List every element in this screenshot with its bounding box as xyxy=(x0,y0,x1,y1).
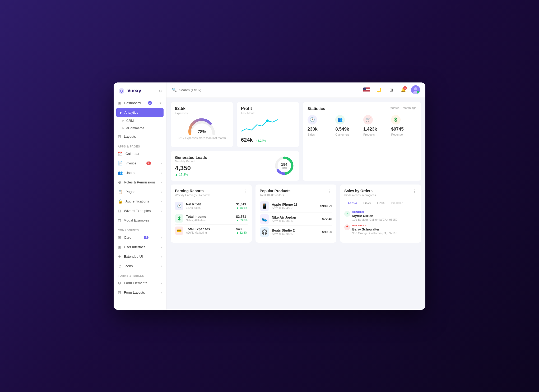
product-sku-2: Item: #FXZ-9485 xyxy=(272,232,319,236)
sidebar-item-auth[interactable]: 🔒 Authentications › xyxy=(114,197,166,206)
sidebar-item-label: Analytics xyxy=(124,110,138,114)
user-avatar xyxy=(411,85,420,94)
earning-name-0: Net Profit xyxy=(186,202,234,206)
notifications-button[interactable]: 🔔 4 xyxy=(399,86,407,94)
earning-reports-subtitle: Weekly Earnings Overview xyxy=(175,193,210,197)
earning-name-2: Total Expenses xyxy=(186,227,234,231)
cart-icon: 🛒 xyxy=(365,117,371,122)
total-expenses-icon: 💳 xyxy=(175,227,183,235)
earning-sub-2: ADVT, Marketing xyxy=(186,231,234,234)
stat-customers-label: Customers xyxy=(335,133,349,136)
sidebar-item-label: Roles & Permissions xyxy=(124,180,156,184)
sender-icon: ✓ xyxy=(344,211,350,217)
search-input[interactable] xyxy=(179,88,262,92)
chevron-right-icon: › xyxy=(161,200,162,203)
grid-button[interactable]: ⊞ xyxy=(387,86,395,94)
popular-products-card: Popular Products Total 10.4k Visitors ⋮ … xyxy=(255,185,337,243)
earning-reports-header: Earning Reports Weekly Earnings Overview… xyxy=(175,189,248,197)
sidebar-item-ui[interactable]: ⊞ User Interface › xyxy=(114,242,166,252)
sidebar-item-dashboard[interactable]: ⊞ Dashboard 3 ▼ xyxy=(114,98,166,108)
sidebar-item-label: Layouts xyxy=(124,135,136,139)
earning-change-2: ▲ 52.8% xyxy=(236,231,248,234)
sidebar-item-modal[interactable]: ◻ Modal Examples xyxy=(114,216,166,225)
earning-name-1: Total Income xyxy=(186,215,234,219)
leads-number: 4,350 xyxy=(175,164,270,172)
svg-point-13 xyxy=(266,119,269,122)
product-row-1: 👟 Nike Air Jordan Item: #FXZ-3456 $72.40 xyxy=(260,213,332,226)
sidebar-item-label: eCommerce xyxy=(126,126,144,130)
donut-label: Total xyxy=(281,167,287,169)
tab-links-2[interactable]: Links xyxy=(374,200,388,207)
svg-rect-4 xyxy=(363,90,370,90)
expenses-label: Expenses xyxy=(175,112,229,115)
sidebar-item-pages[interactable]: 📋 Pages › xyxy=(114,187,166,197)
section-components: COMPONENTS xyxy=(114,225,166,233)
sidebar: Vuexy ⊙ ⊞ Dashboard 3 ▼ ● Analytics CRM … xyxy=(114,82,166,310)
topbar-actions: 🌙 ⊞ 🔔 4 xyxy=(363,85,420,94)
profit-card: Profit Last Month 624k +8.24% xyxy=(237,102,299,147)
sender-label: SENDER xyxy=(352,210,397,213)
sidebar-item-ecommerce[interactable]: eCommerce xyxy=(114,124,166,132)
pin-icon[interactable]: ⊙ xyxy=(159,89,162,93)
earning-amount-wrap-2: $430 ▲ 52.8% xyxy=(236,227,248,234)
sub-dot-icon xyxy=(122,127,124,129)
sender-name: Myrtle Ullrich xyxy=(352,214,397,218)
layouts-icon: ⊟ xyxy=(118,134,121,139)
content: 82.5k Expenses xyxy=(166,98,425,310)
dashboard-icon: ⊞ xyxy=(118,101,121,105)
avatar[interactable] xyxy=(411,85,420,94)
card-badge: 4 xyxy=(144,236,148,239)
sidebar-item-label: Form Elements xyxy=(124,281,147,285)
flag-button[interactable] xyxy=(363,86,371,94)
invoice-icon: 📄 xyxy=(118,161,123,166)
sidebar-item-label: Pages xyxy=(126,190,135,194)
more-options-icon[interactable]: ⋮ xyxy=(243,189,248,194)
sidebar-item-form-elements[interactable]: ⊙ Form Elements › xyxy=(114,278,166,288)
svg-text:78%: 78% xyxy=(198,130,206,134)
statistics-card: Statistics Updated 1 month ago 🕐 230k Sa… xyxy=(303,102,421,181)
search-box[interactable]: 🔍 xyxy=(172,87,262,92)
tab-links-1[interactable]: Links xyxy=(360,200,374,207)
earning-sub-0: 12.4k Sales xyxy=(186,206,234,209)
sidebar-item-form-layouts[interactable]: ⊟ Form Layouts › xyxy=(114,288,166,297)
main-area: 🔍 🌙 ⊞ xyxy=(166,82,425,310)
stat-customers-value: 8.549k xyxy=(335,127,349,132)
earning-details-0: Net Profit 12.4k Sales xyxy=(186,202,234,209)
receiver-icon: 📍 xyxy=(344,224,350,230)
profit-subtitle: Last Month xyxy=(241,112,295,115)
total-income-icon: 💲 xyxy=(175,214,183,223)
logo[interactable]: Vuexy ⊙ xyxy=(114,82,166,98)
clock-icon: 🕐 xyxy=(310,117,315,122)
earning-change-0: ▲ 18.6% xyxy=(236,206,248,209)
sidebar-item-label: Form Layouts xyxy=(124,290,145,294)
sidebar-item-analytics[interactable]: ● Analytics xyxy=(116,108,164,117)
chevron-right-icon: › xyxy=(161,246,162,249)
sidebar-item-calendar[interactable]: 📅 Calendar xyxy=(114,149,166,159)
product-price-1: $72.40 xyxy=(322,217,332,221)
sidebar-item-crm[interactable]: CRM xyxy=(114,117,166,124)
sidebar-item-roles[interactable]: ⚙ Roles & Permissions › xyxy=(114,178,166,187)
more-options-icon[interactable]: ⋮ xyxy=(412,189,417,194)
profit-line-chart xyxy=(241,117,278,135)
sidebar-item-invoice[interactable]: 📄 Invoice 2 › xyxy=(114,159,166,168)
sidebar-item-wizard[interactable]: ⊡ Wizard Examples › xyxy=(114,206,166,216)
sidebar-item-users[interactable]: 👥 Users › xyxy=(114,168,166,178)
sidebar-item-label: Calendar xyxy=(126,152,140,156)
logo-text: Vuexy xyxy=(127,88,141,94)
sender-details: SENDER Myrtle Ullrich 101 Boulder, Calif… xyxy=(352,210,397,222)
tab-active[interactable]: Active xyxy=(344,200,360,207)
product-img-1: 👟 xyxy=(260,214,269,224)
sidebar-item-icons[interactable]: ☺ Icons › xyxy=(114,261,166,271)
sidebar-item-extended[interactable]: ✦ Extended UI › xyxy=(114,252,166,261)
sidebar-item-layouts[interactable]: ⊟ Layouts xyxy=(114,132,166,141)
sidebar-item-card[interactable]: ⊞ Card 4 › xyxy=(114,233,166,242)
product-price-2: $99.90 xyxy=(322,230,332,234)
gauge-container: 78% xyxy=(175,117,229,135)
donut-total: 184 xyxy=(281,162,287,167)
theme-toggle-button[interactable]: 🌙 xyxy=(375,86,383,94)
stat-revenue-label: Revenue xyxy=(391,133,403,136)
more-options-icon[interactable]: ⋮ xyxy=(328,189,332,194)
calendar-icon: 📅 xyxy=(118,151,123,156)
product-details-1: Nike Air Jordan Item: #FXZ-3456 xyxy=(272,216,319,223)
statistics-updated: Updated 1 month ago xyxy=(388,106,416,109)
